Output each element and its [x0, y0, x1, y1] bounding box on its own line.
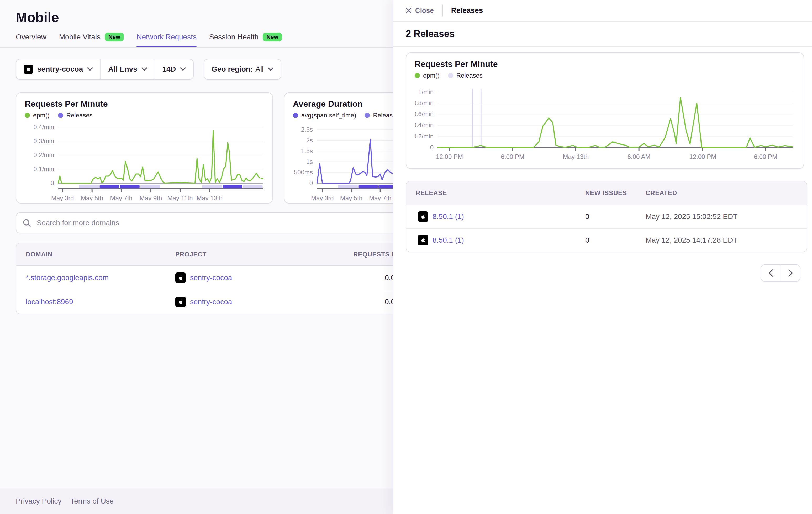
- tab-label: Session Health: [209, 33, 259, 41]
- column-header-new-issues: NEW ISSUES: [585, 181, 627, 205]
- chevron-right-icon: [788, 269, 793, 277]
- column-header-release: RELEASE: [416, 181, 447, 205]
- domain-link[interactable]: localhost:8969: [26, 298, 73, 306]
- column-header-domain[interactable]: DOMAIN: [26, 243, 53, 265]
- svg-text:6:00 PM: 6:00 PM: [754, 153, 777, 160]
- svg-text:0.2/min: 0.2/min: [415, 133, 434, 140]
- chevron-down-icon: [268, 67, 273, 71]
- column-header-project[interactable]: PROJECT: [175, 243, 207, 265]
- created-value: May 12, 2025 15:02:52 EDT: [646, 205, 737, 228]
- table-row: 8.50.1 (1) 0 May 12, 2025 14:17:28 EDT: [406, 228, 807, 252]
- svg-text:1.5s: 1.5s: [301, 147, 313, 154]
- svg-text:0.1/min: 0.1/min: [33, 165, 54, 173]
- close-button[interactable]: Close: [406, 6, 434, 15]
- legend-item-avg-span-self-time[interactable]: avg(span.self_time): [293, 112, 356, 119]
- geo-region-selector[interactable]: Geo region: All: [204, 59, 281, 79]
- legend-dot: [58, 113, 63, 118]
- geo-region-label: Geo region:: [211, 65, 253, 73]
- new-issues-value: 0: [585, 229, 589, 252]
- chevron-down-icon: [180, 67, 186, 71]
- release-link[interactable]: 8.50.1 (1): [433, 212, 464, 221]
- privacy-policy-link[interactable]: Privacy Policy: [16, 497, 61, 505]
- svg-text:May 5th: May 5th: [340, 194, 362, 201]
- project-link[interactable]: sentry-cocoa: [190, 274, 232, 282]
- apple-platform-icon: [24, 64, 33, 74]
- column-header-requests[interactable]: REQUESTS P: [353, 243, 396, 265]
- chevron-down-icon: [141, 67, 147, 71]
- terms-of-use-link[interactable]: Terms of Use: [70, 497, 114, 505]
- svg-text:6:00 AM: 6:00 AM: [628, 153, 650, 160]
- tab-label: Mobile Vitals: [59, 33, 100, 41]
- legend-dot: [415, 73, 420, 78]
- tab-overview[interactable]: Overview: [16, 30, 47, 47]
- svg-text:0: 0: [310, 179, 313, 186]
- svg-text:2.5s: 2.5s: [301, 126, 313, 133]
- svg-text:0.4/min: 0.4/min: [33, 123, 54, 130]
- svg-text:0.3/min: 0.3/min: [33, 138, 54, 145]
- column-header-created: CREATED: [646, 181, 677, 205]
- apple-platform-icon: [175, 272, 186, 283]
- project-link[interactable]: sentry-cocoa: [190, 298, 232, 306]
- legend-dot: [25, 113, 30, 118]
- svg-text:12:00 PM: 12:00 PM: [436, 153, 463, 160]
- releases-table: RELEASE NEW ISSUES CREATED 8.50.1 (1) 0 …: [406, 181, 807, 252]
- header-divider: [442, 5, 443, 16]
- chart-title: Requests Per Minute: [25, 99, 108, 109]
- tab-network-requests[interactable]: Network Requests: [137, 30, 197, 47]
- panel-header: Close Releases: [393, 0, 812, 22]
- tab-bar: Overview Mobile Vitals New Network Reque…: [16, 30, 282, 47]
- svg-text:0.2/min: 0.2/min: [33, 151, 54, 158]
- pagination: [760, 264, 801, 282]
- apple-platform-icon: [175, 297, 186, 307]
- filter-bar: sentry-cocoa All Envs 14D Geo region: Al…: [16, 59, 281, 80]
- chart-title: Average Duration: [293, 99, 363, 109]
- tab-mobile-vitals[interactable]: Mobile Vitals New: [59, 30, 124, 47]
- releases-table-header: RELEASE NEW ISSUES CREATED: [406, 181, 807, 205]
- new-badge: New: [263, 32, 282, 41]
- svg-text:May 7th: May 7th: [369, 194, 391, 201]
- requests-per-minute-chart[interactable]: 00.1/min0.2/min0.3/min0.4/minMay 3rdMay …: [25, 121, 265, 201]
- chart-legend: avg(span.self_time) Releases: [293, 112, 400, 119]
- previous-page-button[interactable]: [761, 265, 781, 281]
- legend-item-releases[interactable]: Releases: [448, 72, 483, 79]
- chevron-left-icon: [768, 269, 773, 277]
- tab-session-health[interactable]: Session Health New: [209, 30, 282, 47]
- svg-text:500ms: 500ms: [294, 169, 313, 176]
- date-range-selector[interactable]: 14D: [154, 59, 193, 79]
- svg-text:12:00 PM: 12:00 PM: [690, 153, 717, 160]
- svg-text:May 13th: May 13th: [563, 153, 589, 160]
- next-page-button[interactable]: [781, 265, 800, 281]
- svg-text:May 3rd: May 3rd: [311, 194, 334, 201]
- domain-link[interactable]: *.storage.googleapis.com: [26, 274, 109, 282]
- svg-text:0.4/min: 0.4/min: [415, 121, 434, 128]
- tab-label: Network Requests: [137, 33, 197, 41]
- svg-text:0: 0: [430, 144, 434, 151]
- project-selector-value: sentry-cocoa: [37, 65, 83, 73]
- project-selector[interactable]: sentry-cocoa: [16, 59, 100, 79]
- apple-platform-icon: [418, 211, 428, 222]
- search-icon: [23, 219, 31, 227]
- new-issues-value: 0: [585, 205, 589, 228]
- environment-selector[interactable]: All Envs: [100, 59, 154, 79]
- new-badge: New: [105, 32, 124, 41]
- svg-text:0.6/min: 0.6/min: [415, 111, 434, 118]
- svg-text:0: 0: [51, 179, 54, 186]
- chevron-down-icon: [87, 67, 93, 71]
- panel-requests-per-minute-chart[interactable]: 00.2/min0.4/min0.6/min0.8/min1/min12:00 …: [415, 86, 796, 167]
- panel-requests-per-minute-card: Requests Per Minute epm() Releases 00.2/…: [406, 53, 804, 169]
- apple-platform-icon: [418, 235, 428, 245]
- chart-title: Requests Per Minute: [415, 59, 498, 69]
- chart-legend: epm() Releases: [415, 72, 483, 79]
- svg-text:May 13th: May 13th: [197, 194, 223, 201]
- tab-label: Overview: [16, 33, 47, 41]
- legend-dot: [448, 73, 453, 78]
- svg-text:May 5th: May 5th: [81, 194, 103, 201]
- svg-text:May 3rd: May 3rd: [51, 194, 74, 201]
- svg-text:May 11th: May 11th: [168, 194, 193, 201]
- legend-item-releases[interactable]: Releases: [58, 112, 93, 119]
- legend-item-epm[interactable]: epm(): [415, 72, 440, 79]
- legend-item-epm[interactable]: epm(): [25, 112, 50, 119]
- legend-dot: [293, 113, 298, 118]
- legend-dot: [365, 113, 370, 118]
- release-link[interactable]: 8.50.1 (1): [433, 236, 464, 244]
